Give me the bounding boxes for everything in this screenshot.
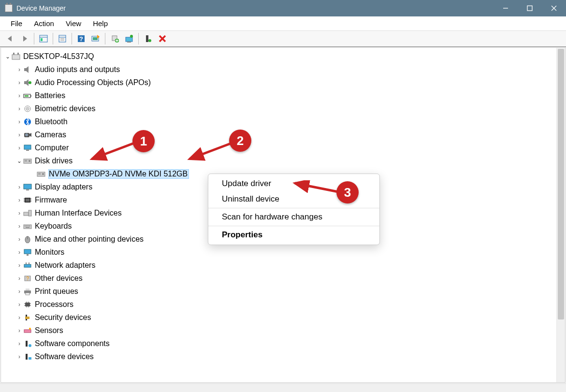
uninstall-button[interactable] [122,32,136,45]
svg-rect-68 [26,262,27,264]
tree-root[interactable]: ⌄ DESKTOP-4L537JQ [4,50,556,63]
svg-rect-14 [93,37,98,40]
svg-point-19 [130,35,133,38]
svg-point-38 [29,160,30,162]
chevron-right-icon[interactable]: › [15,301,23,308]
chevron-right-icon[interactable]: › [15,66,23,73]
scan-button[interactable] [88,32,103,45]
back-button[interactable] [3,32,17,45]
tree-label: Human Interface Devices [35,209,122,218]
svg-rect-56 [29,210,31,216]
chevron-right-icon[interactable]: › [15,327,23,334]
tree-category[interactable]: ›Bluetooth [4,115,556,128]
update-driver-button[interactable] [107,32,122,45]
chevron-right-icon[interactable]: › [15,210,23,217]
tree-category[interactable]: ›Sensors [4,324,556,337]
menu-help[interactable]: Help [87,17,114,29]
properties-button[interactable] [55,32,70,45]
tree-category[interactable]: ›Batteries [4,89,556,102]
chevron-right-icon[interactable]: › [15,92,23,99]
close-button[interactable] [542,0,566,16]
tree-category[interactable]: ›Biometric devices [4,102,556,115]
svg-rect-46 [26,189,29,190]
tree-category[interactable]: ›Audio Processing Objects (APOs) [4,76,556,89]
enable-button[interactable] [141,32,155,45]
maximize-button[interactable] [518,0,542,16]
chevron-right-icon[interactable]: › [15,184,23,190]
chevron-down-icon[interactable]: ⌄ [15,158,23,164]
device-category-icon [23,222,32,230]
chevron-right-icon[interactable]: › [15,145,23,151]
svg-rect-86 [24,330,31,333]
vertical-scrollbar[interactable] [556,48,565,382]
forward-button[interactable] [17,32,32,45]
svg-rect-6 [41,38,43,41]
tree-category[interactable]: ›Software components [4,337,556,350]
svg-rect-39 [25,160,27,160]
tree-category[interactable]: ›Processors [4,298,556,311]
tree-category[interactable]: ›Cameras [4,128,556,141]
chevron-right-icon[interactable]: › [15,340,23,347]
device-category-icon [23,314,32,321]
tree-category[interactable]: ›Computer [4,141,556,154]
svg-rect-90 [26,354,28,360]
tree-category[interactable]: ›Software devices [4,350,556,363]
chevron-right-icon[interactable]: › [15,249,23,256]
chevron-right-icon[interactable]: › [15,288,23,295]
menu-action[interactable]: Action [28,17,60,29]
chevron-right-icon[interactable]: › [15,79,23,86]
svg-rect-58 [25,226,26,226]
chevron-right-icon[interactable]: › [15,223,23,230]
menu-view[interactable]: View [60,17,87,29]
tree-category[interactable]: ›Audio inputs and outputs [4,63,556,76]
chevron-right-icon[interactable]: › [15,118,23,125]
disk-icon [37,170,45,178]
menu-file[interactable]: File [5,17,28,29]
tree-label: Audio Processing Objects (APOs) [35,78,151,87]
chevron-right-icon[interactable]: › [15,262,23,269]
chevron-right-icon[interactable]: › [15,236,23,243]
svg-rect-20 [146,35,148,42]
svg-rect-35 [24,145,31,149]
chevron-right-icon[interactable]: › [15,314,23,321]
chevron-down-icon[interactable]: ⌄ [4,53,12,60]
chevron-right-icon[interactable]: › [15,105,23,112]
minimize-button[interactable] [493,0,518,16]
tree-category[interactable]: ›?Other devices [4,272,556,285]
chevron-right-icon[interactable]: › [15,353,23,360]
device-category-icon [23,340,32,348]
svg-rect-45 [24,184,31,189]
disable-button[interactable] [155,32,170,45]
show-hidden-button[interactable] [36,32,51,45]
app-icon [5,4,13,12]
chevron-right-icon[interactable]: › [15,131,23,138]
tree-category[interactable]: ›Network adapters [4,259,556,272]
device-category-icon [23,105,32,113]
svg-rect-55 [24,212,29,216]
ctx-properties[interactable]: Properties [208,227,379,243]
scrollbar-thumb[interactable] [558,49,564,319]
device-category-icon [23,235,32,243]
help-button[interactable]: ? [74,32,88,45]
tree-label: Security devices [35,313,91,322]
tree-category[interactable]: ›Print queues [4,285,556,298]
device-category-icon [23,144,32,152]
device-category-icon [23,92,32,100]
tree-category[interactable]: ›Security devices [4,311,556,324]
svg-text:?: ? [26,276,29,281]
chevron-right-icon[interactable]: › [15,197,23,203]
svg-rect-67 [24,264,31,267]
svg-rect-1 [527,6,532,11]
svg-rect-73 [26,289,29,290]
computer-icon [12,53,20,60]
tree-category[interactable]: ›Monitors [4,246,556,259]
tree-category[interactable]: ⌄Disk drives [4,154,556,167]
ctx-scan-hardware[interactable]: Scan for hardware changes [208,209,379,225]
svg-rect-44 [38,174,41,174]
device-tree[interactable]: ⌄ DESKTOP-4L537JQ ›Audio inputs and outp… [1,48,556,382]
tree-label: Processors [35,300,73,309]
tree-label: Monitors [35,248,64,257]
svg-rect-60 [28,226,29,226]
device-category-icon [23,301,32,308]
chevron-right-icon[interactable]: › [15,275,23,282]
